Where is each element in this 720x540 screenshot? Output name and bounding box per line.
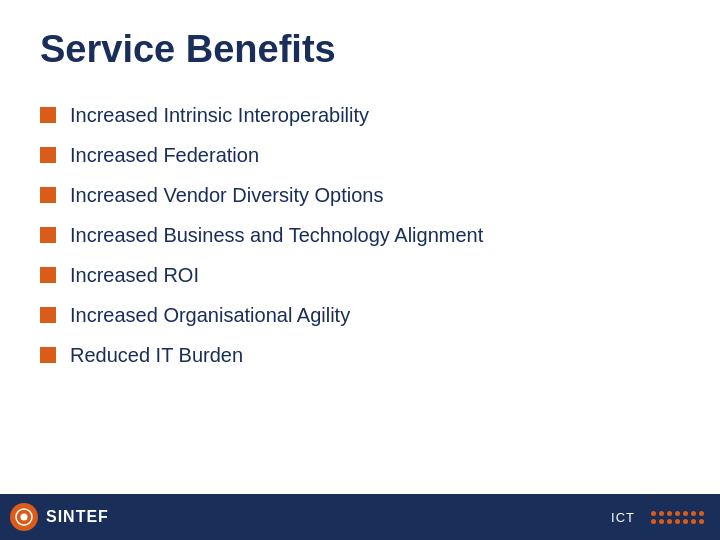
list-item: Increased Organisational Agility	[40, 302, 680, 328]
benefit-text: Increased Vendor Diversity Options	[70, 182, 384, 208]
list-item: Reduced IT Burden	[40, 342, 680, 368]
logo-icon	[10, 503, 38, 531]
sintef-logo-svg	[15, 508, 33, 526]
dot	[691, 519, 696, 524]
benefit-text: Increased Organisational Agility	[70, 302, 350, 328]
list-item: Increased Federation	[40, 142, 680, 168]
main-content: Service Benefits Increased Intrinsic Int…	[0, 0, 720, 402]
dot	[667, 519, 672, 524]
dot	[691, 511, 696, 516]
list-item: Increased ROI	[40, 262, 680, 288]
dot	[659, 519, 664, 524]
dot	[651, 511, 656, 516]
bullet-icon	[40, 147, 56, 163]
list-item: Increased Intrinsic Interoperability	[40, 102, 680, 128]
footer-logo: SINTEF	[10, 503, 109, 531]
benefit-text: Increased ROI	[70, 262, 199, 288]
dot	[699, 519, 704, 524]
dot	[659, 511, 664, 516]
slide-title: Service Benefits	[40, 28, 680, 72]
logo-text: SINTEF	[46, 508, 109, 526]
footer-bar: SINTEF ICT	[0, 494, 720, 540]
list-item: Increased Vendor Diversity Options	[40, 182, 680, 208]
dot	[683, 519, 688, 524]
bullet-icon	[40, 227, 56, 243]
dot	[675, 519, 680, 524]
bullet-icon	[40, 187, 56, 203]
footer-ict-label: ICT	[611, 510, 635, 525]
dot	[667, 511, 672, 516]
svg-point-1	[21, 514, 28, 521]
benefit-text: Increased Federation	[70, 142, 259, 168]
dot	[699, 511, 704, 516]
dot	[683, 511, 688, 516]
benefit-text: Reduced IT Burden	[70, 342, 243, 368]
bullet-icon	[40, 267, 56, 283]
benefits-list: Increased Intrinsic InteroperabilityIncr…	[40, 102, 680, 368]
footer-right: ICT	[611, 510, 704, 525]
footer-dots-decoration	[651, 511, 704, 524]
slide-container: Service Benefits Increased Intrinsic Int…	[0, 0, 720, 540]
dot	[675, 511, 680, 516]
bullet-icon	[40, 307, 56, 323]
bullet-icon	[40, 347, 56, 363]
list-item: Increased Business and Technology Alignm…	[40, 222, 680, 248]
dot	[651, 519, 656, 524]
bullet-icon	[40, 107, 56, 123]
benefit-text: Increased Business and Technology Alignm…	[70, 222, 483, 248]
benefit-text: Increased Intrinsic Interoperability	[70, 102, 369, 128]
